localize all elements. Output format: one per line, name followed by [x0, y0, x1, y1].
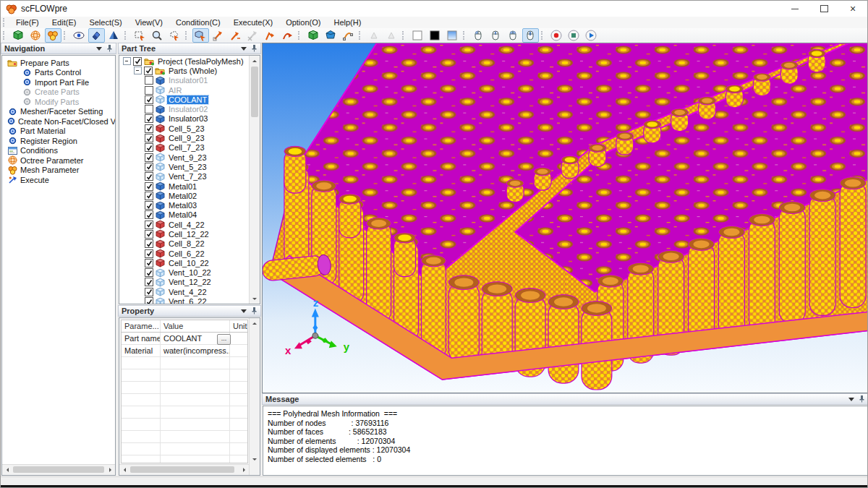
property-value[interactable]: water(incompress...	[161, 345, 230, 356]
pick-edge-button[interactable]	[227, 28, 244, 43]
tree-checkbox[interactable]	[145, 297, 153, 304]
tree-checkbox[interactable]	[145, 86, 153, 95]
tree-checkbox[interactable]	[145, 182, 153, 191]
navigation-hscrollbar[interactable]	[2, 464, 115, 475]
tree-checkbox[interactable]	[145, 239, 153, 248]
pin-icon[interactable]	[859, 395, 865, 404]
tree-item-insulator02[interactable]: Insulator02	[121, 104, 249, 114]
select-polygon-button[interactable]	[166, 28, 183, 43]
nav-item-create-non-facet-closed-volume-pa[interactable]: Create Non-Facet/Closed Volume Pa	[4, 116, 114, 127]
tree-checkbox[interactable]	[145, 210, 153, 219]
mouse-middle-mode-button[interactable]	[488, 28, 504, 43]
menu-edit-e[interactable]: Edit(E)	[46, 17, 83, 28]
nav-item-part-material[interactable]: Part Material	[4, 127, 114, 137]
tree-item-cell-5-23[interactable]: Cell_5_23	[121, 124, 249, 133]
tree-checkbox[interactable]	[145, 221, 153, 229]
pin-icon[interactable]	[106, 44, 113, 53]
zoom-box-button[interactable]	[149, 28, 166, 43]
show-pyramid-button[interactable]	[106, 28, 122, 43]
nav-item-import-part-file[interactable]: Import Part File	[4, 77, 114, 87]
close-button[interactable]: ×	[838, 1, 867, 17]
tree-checkbox[interactable]	[145, 201, 153, 210]
pin-icon[interactable]	[251, 44, 258, 53]
tree-item-insulator03[interactable]: Insulator03	[121, 114, 249, 124]
tree-checkbox[interactable]	[145, 172, 153, 181]
tree-checkbox[interactable]	[145, 163, 153, 171]
tree-checkbox[interactable]	[145, 124, 153, 133]
menu-option-o[interactable]: Option(O)	[279, 17, 327, 28]
3d-viewport[interactable]: zxy	[262, 43, 868, 393]
tree-checkbox[interactable]	[145, 95, 153, 104]
tree-item-metal03[interactable]: Metal03	[121, 200, 249, 210]
tree-item-project-teslapolymesh[interactable]: Project (TeslaPolyMesh)	[121, 56, 249, 66]
tree-item-vent-6-22[interactable]: Vent_6_22	[121, 296, 249, 304]
nav-item-prepare-parts[interactable]: Prepare Parts	[4, 58, 114, 68]
tree-checkbox[interactable]	[145, 153, 153, 162]
tree-item-cell-10-22[interactable]: Cell_10_22	[121, 258, 249, 267]
stop-button[interactable]	[566, 28, 582, 43]
menu-help-h[interactable]: Help(H)	[327, 17, 367, 28]
tree-checkbox[interactable]	[145, 143, 153, 152]
tree-item-metal01[interactable]: Metal01	[121, 181, 249, 191]
background-white-button[interactable]	[409, 28, 426, 43]
property-vscrollbar[interactable]	[249, 318, 260, 475]
nav-item-octree-parameter[interactable]: Octree Parameter	[4, 155, 114, 166]
property-hscrollbar[interactable]	[119, 464, 249, 475]
select-rectangle-button[interactable]	[132, 28, 148, 43]
tree-item-vent-4-22[interactable]: Vent_4_22	[121, 287, 249, 296]
tree-item-cell-4-22[interactable]: Cell_4_22	[121, 220, 249, 229]
chevron-down-icon[interactable]	[241, 309, 247, 313]
tree-item-vent-12-22[interactable]: Vent_12_22	[121, 278, 249, 287]
display-octree-mesh-button[interactable]	[27, 28, 44, 43]
menu-view-v[interactable]: View(V)	[129, 17, 169, 28]
menu-file-f[interactable]: File(F)	[9, 17, 46, 28]
tree-checkbox[interactable]	[145, 134, 153, 142]
tree-expander-icon[interactable]	[123, 57, 131, 65]
nav-item-parts-control[interactable]: Parts Control	[4, 68, 114, 78]
tree-checkbox[interactable]	[145, 249, 153, 258]
nav-item-mesher-faceter-setting[interactable]: Mesher/Faceter Setting	[4, 107, 114, 117]
mouse-both-mode-button[interactable]	[505, 28, 522, 43]
tree-checkbox[interactable]	[145, 230, 153, 239]
background-gradient-button[interactable]	[444, 28, 461, 43]
tree-item-vent-10-22[interactable]: Vent_10_22	[121, 268, 249, 278]
tree-item-cell-9-23[interactable]: Cell_9_23	[121, 133, 249, 142]
browse-ellipsis-button[interactable]: ...	[217, 334, 231, 345]
menu-select-s[interactable]: Select(S)	[82, 17, 128, 28]
chevron-down-icon[interactable]	[848, 398, 854, 401]
visibility-eye-button[interactable]	[71, 28, 88, 43]
display-solid-button[interactable]	[10, 28, 27, 43]
tree-checkbox[interactable]	[145, 278, 153, 286]
pick-curve-button[interactable]	[279, 28, 296, 43]
minimize-button[interactable]	[780, 1, 809, 17]
tree-item-air[interactable]: AIR	[121, 85, 249, 95]
erase-mode-button[interactable]	[88, 28, 105, 43]
play-button[interactable]	[583, 28, 600, 43]
tree-checkbox[interactable]	[133, 57, 142, 66]
menu-execute-x[interactable]: Execute(X)	[227, 17, 279, 28]
pin-icon[interactable]	[251, 307, 258, 316]
tree-checkbox[interactable]	[145, 114, 153, 123]
nav-item-conditions[interactable]: Conditions	[4, 146, 114, 156]
show-arc-button[interactable]	[340, 28, 357, 43]
tree-checkbox[interactable]	[145, 192, 153, 200]
tree-checkbox[interactable]	[145, 76, 153, 85]
maximize-button[interactable]	[809, 1, 838, 17]
menu-condition-c[interactable]: Condition(C)	[169, 17, 227, 28]
record-button[interactable]	[548, 28, 565, 43]
nav-item-mesh-parameter[interactable]: Mesh Parameter	[4, 166, 114, 176]
pick-face-button[interactable]	[210, 28, 226, 43]
tree-item-vent-7-23[interactable]: Vent_7_23	[121, 172, 249, 181]
tree-item-coolant[interactable]: COOLANT	[121, 95, 249, 104]
show-part-cube-button[interactable]	[305, 28, 322, 43]
nav-item-register-region[interactable]: Register Region	[4, 136, 114, 146]
display-mesh-balls-button[interactable]	[45, 28, 61, 43]
chevron-down-icon[interactable]	[241, 47, 247, 51]
tree-checkbox[interactable]	[144, 67, 153, 75]
tree-item-vent-5-23[interactable]: Vent_5_23	[121, 162, 249, 171]
mouse-wheel-mode-button[interactable]	[522, 28, 539, 43]
tree-checkbox[interactable]	[145, 259, 153, 267]
tree-item-insulator01[interactable]: Insulator01	[121, 76, 249, 85]
tree-item-cell-8-22[interactable]: Cell_8_22	[121, 239, 249, 249]
tree-checkbox[interactable]	[145, 288, 153, 296]
